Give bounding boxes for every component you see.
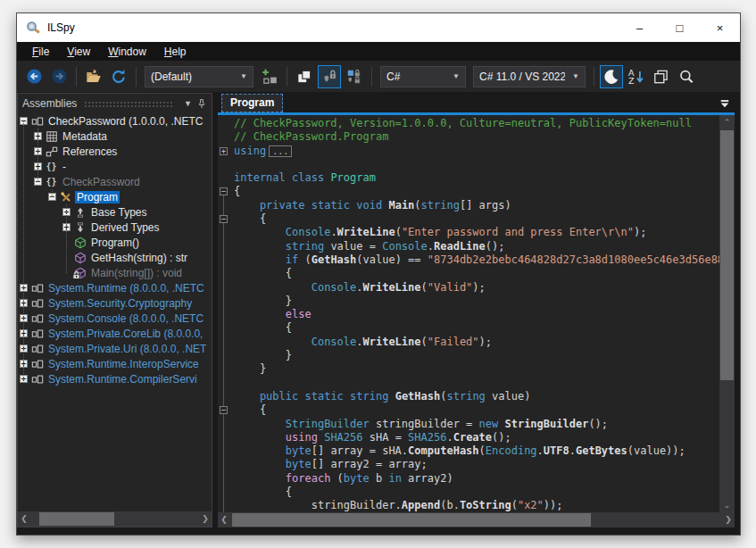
code-panel: Program // CheckPassword, Version=1.0.0.… xyxy=(218,93,735,527)
toolbar-separator xyxy=(594,67,594,87)
menu-help[interactable]: Help xyxy=(155,44,195,60)
method-green-icon xyxy=(73,237,87,249)
tree-item-system-runtime-8-0-0-0-netc[interactable]: +System.Runtime (8.0.0.0, .NETC xyxy=(18,280,212,295)
tree-item-label: Program xyxy=(75,191,120,203)
vscroll-thumb[interactable] xyxy=(720,130,734,380)
open-file-icon xyxy=(85,68,103,86)
code-fold-marker-minus[interactable]: − xyxy=(220,187,228,195)
add-assembly-list-button[interactable] xyxy=(258,65,281,88)
tree-item-program[interactable]: Program() xyxy=(18,235,212,250)
scroll-down-icon[interactable]: ⌄ xyxy=(719,498,735,512)
tree-item-checkpassword[interactable]: −{}CheckPassword xyxy=(18,174,212,189)
search-button[interactable] xyxy=(675,65,698,88)
menu-window[interactable]: Window xyxy=(99,44,155,60)
assembly-icon xyxy=(30,358,44,370)
code-vscrollbar[interactable]: ⌃ ⌄ xyxy=(719,115,735,512)
tree-item-label: System.Runtime (8.0.0.0, .NETC xyxy=(46,282,206,295)
tree-item-label: Metadata xyxy=(61,130,109,143)
tree-item-system-private-uri-8-0-0-0-net[interactable]: +System.Private.Uri (8.0.0.0, .NET xyxy=(18,341,212,356)
code-line: string value = Console.ReadLine(); xyxy=(218,240,719,253)
references-icon xyxy=(45,145,58,158)
tab-program[interactable]: Program xyxy=(221,94,283,112)
tree-item-references[interactable]: +References xyxy=(18,144,212,159)
menu-bar: File View Window Help xyxy=(17,42,740,61)
code-line: byte[] array2 = array; xyxy=(218,458,719,471)
code-line: using SHA256 sHA = SHA256.Create(); xyxy=(218,431,719,444)
tree-item-system-security-cryptography[interactable]: +System.Security.Cryptography xyxy=(18,295,212,311)
assembly-icon xyxy=(30,343,44,355)
assemblies-tree: −CheckPassword (1.0.0.0, .NETC+Metadata+… xyxy=(18,113,212,511)
toolbar-separator xyxy=(76,67,77,87)
decompiled-code: // CheckPassword, Version=1.0.0.0, Cultu… xyxy=(218,117,719,512)
hscroll-thumb[interactable] xyxy=(39,512,114,526)
code-fold-marker-minus[interactable]: − xyxy=(220,215,228,223)
tree-item-system-runtime-interopservice[interactable]: +System.Runtime.InteropService xyxy=(18,356,212,371)
scroll-right-icon[interactable]: ❯ xyxy=(722,512,735,527)
tree-item-checkpassword-1-0-0-0-netc[interactable]: −CheckPassword (1.0.0.0, .NETC xyxy=(18,113,212,129)
scroll-right-icon[interactable]: ❯ xyxy=(199,511,212,527)
forward-button[interactable] xyxy=(47,65,71,88)
method-purple-lock-icon xyxy=(73,267,87,279)
dark-theme-toggle[interactable] xyxy=(600,65,623,88)
code-line: // CheckPassword.Program xyxy=(218,130,719,144)
window-list-button[interactable] xyxy=(650,65,673,88)
metadata-icon xyxy=(45,130,58,143)
tree-item-label: Base Types xyxy=(89,206,148,219)
language-value: C# xyxy=(386,71,445,83)
tree-item-program[interactable]: −Program xyxy=(18,189,212,204)
tree-item-[interactable]: +{}- xyxy=(18,159,212,174)
menu-file[interactable]: File xyxy=(23,44,58,60)
code-hscrollbar[interactable]: ❮ ❯ xyxy=(218,512,735,527)
assembly-visibility-button[interactable] xyxy=(343,65,366,88)
tree-item-label: References xyxy=(61,145,119,158)
assemblies-hscrollbar[interactable]: ❮ ❯ xyxy=(18,511,212,527)
tree-item-main-string-void[interactable]: Main(string[]) : void xyxy=(18,265,212,280)
reload-assemblies-button[interactable] xyxy=(107,65,130,88)
show-internal-api-toggle[interactable] xyxy=(318,65,341,88)
tree-item-label: System.Runtime.InteropService xyxy=(46,358,201,370)
pin-icon[interactable] xyxy=(196,98,207,110)
back-button[interactable] xyxy=(22,65,46,88)
open-file-button[interactable] xyxy=(82,65,105,88)
tree-item-system-runtime-compilerservi[interactable]: +System.Runtime.CompilerServi xyxy=(18,371,212,386)
tree-guide-line xyxy=(52,189,53,197)
code-line: else xyxy=(218,308,719,321)
derived-types-icon xyxy=(73,221,87,234)
hscroll-thumb[interactable] xyxy=(232,513,591,527)
menu-view[interactable]: View xyxy=(58,44,99,60)
assembly-icon xyxy=(30,115,44,128)
namespace-icon: {} xyxy=(45,176,58,188)
tree-item-label: Program() xyxy=(89,237,141,249)
scroll-up-icon[interactable]: ⌃ xyxy=(719,115,735,129)
open-new-tab-icon xyxy=(295,68,313,86)
code-fold-marker-minus[interactable]: − xyxy=(220,406,228,414)
method-purple-icon xyxy=(73,252,87,264)
scroll-left-icon[interactable]: ❮ xyxy=(18,511,30,527)
tree-item-system-console-8-0-0-0-netc[interactable]: +System.Console (8.0.0.0, .NETC xyxy=(18,311,212,326)
minimize-button[interactable]: – xyxy=(619,13,660,42)
language-select[interactable]: C# ▼ xyxy=(380,66,466,87)
maximize-button[interactable]: □ xyxy=(660,13,700,42)
panel-menu-chevron-icon[interactable]: ▼ xyxy=(179,99,196,108)
tree-item-system-private-corelib-8-0-0-0[interactable]: +System.Private.CoreLib (8.0.0.0, xyxy=(18,326,212,341)
chevron-down-icon: ▼ xyxy=(572,72,579,80)
tree-item-metadata[interactable]: +Metadata xyxy=(18,129,212,144)
decompiled-code-area[interactable]: // CheckPassword, Version=1.0.0.0, Cultu… xyxy=(218,115,735,512)
tree-item-derived-types[interactable]: +Derived Types xyxy=(18,220,212,235)
tree-item-gethash-string-str[interactable]: GetHash(string) : str xyxy=(18,250,212,265)
tree-item-base-types[interactable]: +Base Types xyxy=(18,204,212,220)
sort-assemblies-button[interactable]: AZ xyxy=(625,65,648,88)
panel-drag-grip[interactable] xyxy=(84,100,172,107)
collapsed-usings-box[interactable]: ... xyxy=(269,145,292,157)
tab-overflow-button[interactable] xyxy=(715,95,735,112)
toolbar-separator xyxy=(371,67,372,87)
assemblies-panel-title: Assemblies xyxy=(22,97,77,110)
language-version-select[interactable]: C# 11.0 / VS 2022. ▼ xyxy=(473,66,586,87)
close-button[interactable]: × xyxy=(700,13,740,42)
code-line: Console.WriteLine("Failed"); xyxy=(218,336,719,349)
scroll-left-icon[interactable]: ❮ xyxy=(218,512,230,527)
assembly-list-select[interactable]: (Default) ▼ xyxy=(145,66,253,87)
code-fold-marker-plus[interactable]: + xyxy=(220,147,228,155)
open-new-tab-button[interactable] xyxy=(293,65,316,88)
base-types-icon xyxy=(73,206,87,219)
